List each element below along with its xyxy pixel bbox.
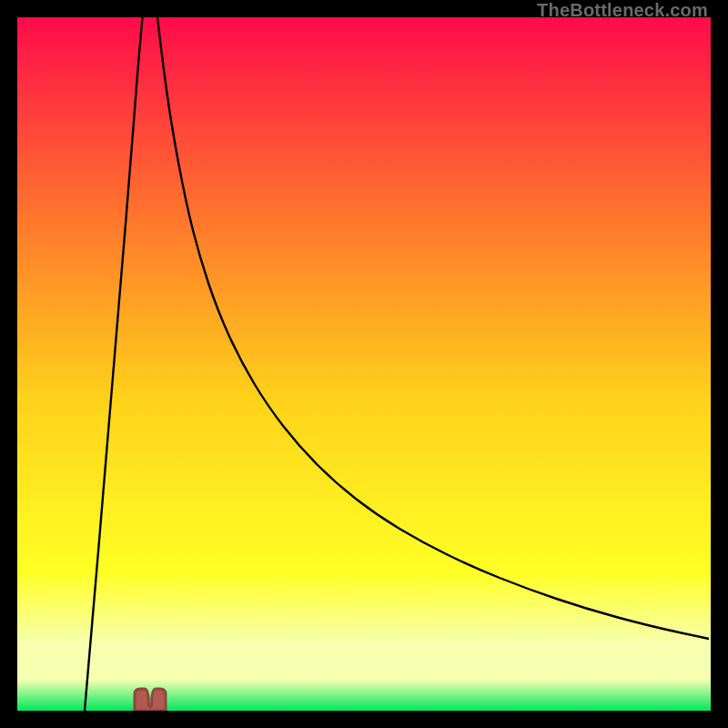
plot-area	[17, 17, 711, 711]
gradient-background	[17, 17, 711, 711]
outer-frame: TheBottleneck.com	[0, 0, 728, 728]
chart-canvas	[17, 17, 711, 711]
